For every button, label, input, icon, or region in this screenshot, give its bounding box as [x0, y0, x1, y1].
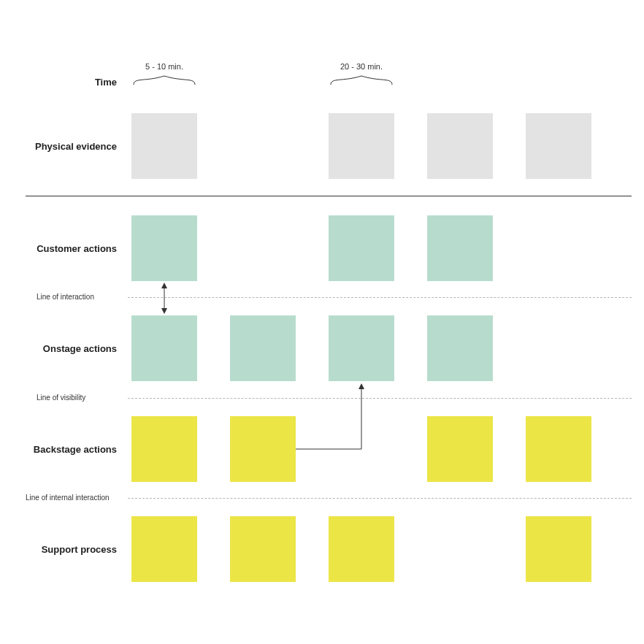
note-support-process-0[interactable] [131, 516, 197, 582]
row-label-backstage-actions: Backstage actions [15, 444, 117, 455]
note-support-process-4[interactable] [526, 516, 591, 582]
row-label-physical-evidence: Physical evidence [15, 141, 117, 152]
time-label-0: 5 - 10 min. [131, 62, 197, 71]
note-customer-actions-2[interactable] [329, 215, 394, 281]
note-support-process-1[interactable] [230, 516, 296, 582]
note-physical-evidence-0[interactable] [131, 113, 197, 179]
note-physical-evidence-3[interactable] [427, 113, 493, 179]
row-label-support-process: Support process [15, 544, 117, 555]
note-customer-actions-3[interactable] [427, 215, 493, 281]
note-backstage-actions-1[interactable] [230, 416, 296, 482]
note-customer-actions-0[interactable] [131, 215, 197, 281]
note-support-process-2[interactable] [329, 516, 394, 582]
note-backstage-actions-4[interactable] [526, 416, 591, 482]
note-physical-evidence-4[interactable] [526, 113, 591, 179]
line-of-interaction [128, 297, 632, 298]
note-onstage-actions-3[interactable] [427, 315, 493, 381]
arrow-backstage-onstage [296, 385, 361, 449]
separator-physical-evidence [26, 196, 632, 196]
row-label-customer-actions: Customer actions [15, 243, 117, 254]
note-onstage-actions-2[interactable] [329, 315, 394, 381]
time-label-1: 20 - 30 min. [329, 62, 394, 71]
line-of-visibility [128, 398, 632, 399]
time-brace-0 [134, 76, 195, 85]
line-label-internal-interaction: Line of internal interaction [26, 494, 142, 502]
note-onstage-actions-0[interactable] [131, 315, 197, 381]
note-backstage-actions-0[interactable] [131, 416, 197, 482]
row-label-time: Time [15, 77, 117, 88]
note-backstage-actions-3[interactable] [427, 416, 493, 482]
note-physical-evidence-2[interactable] [329, 113, 394, 179]
note-onstage-actions-1[interactable] [230, 315, 296, 381]
service-blueprint-canvas: Time 5 - 10 min. 20 - 30 min. Physical e… [0, 0, 644, 644]
time-brace-1 [331, 76, 392, 85]
row-label-onstage-actions: Onstage actions [15, 343, 117, 354]
line-of-internal-interaction [128, 498, 632, 499]
